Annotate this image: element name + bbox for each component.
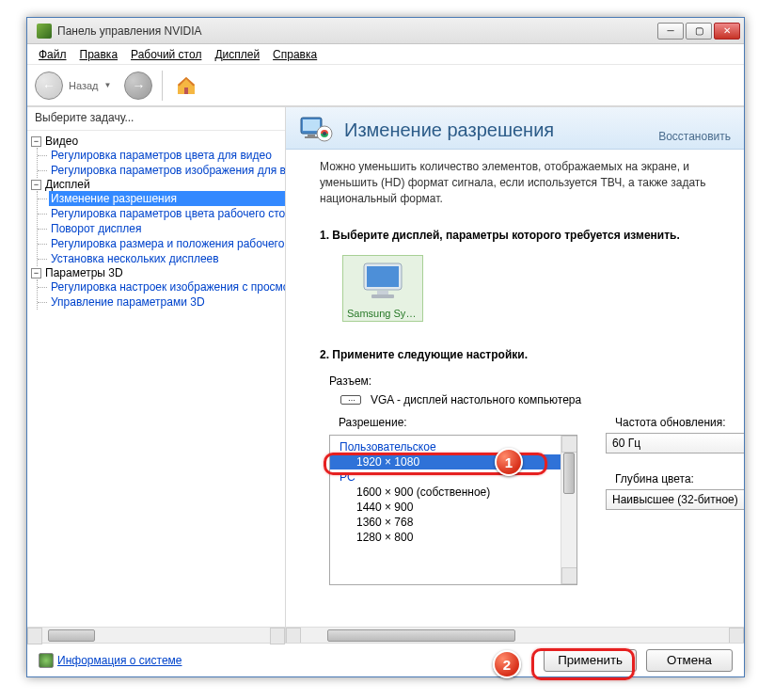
tree-item-desktop-color[interactable]: Регулировка параметров цвета рабочего ст… [49, 206, 285, 221]
cancel-button[interactable]: Отмена [646, 649, 733, 672]
display-name: Samsung Syn... [347, 308, 419, 319]
tree-group-video[interactable]: Видео [45, 135, 78, 148]
step1-heading: 1. Выберите дисплей, параметры которого … [320, 229, 729, 242]
footer-bar: Информация о системе Применить Отмена [27, 643, 744, 676]
main-window: Панель управления NVIDIA ─ ▢ ✕ Файл Прав… [26, 17, 745, 677]
resolution-group-custom: Пользовательское [330, 439, 561, 454]
home-icon [175, 74, 197, 97]
svg-rect-4 [305, 136, 318, 138]
page-title: Изменение разрешения [344, 119, 658, 141]
refresh-rate-value: 60 Гц [612, 437, 640, 450]
menu-desktop[interactable]: Рабочий стол [125, 46, 207, 63]
resolution-list[interactable]: Пользовательское 1920 × 1080 PC 1600 × 9… [329, 435, 577, 585]
task-tree: − Видео Регулировка параметров цвета для… [27, 131, 285, 627]
back-button[interactable]: ← [35, 72, 63, 100]
forward-button[interactable]: → [124, 72, 152, 100]
resolution-scrollbar[interactable] [561, 436, 577, 584]
minimize-button[interactable]: ─ [657, 23, 684, 40]
color-depth-label: Глубина цвета: [615, 472, 744, 485]
svg-rect-9 [377, 291, 388, 294]
content-body: Можно уменьшить количество элементов, от… [286, 150, 744, 627]
tree-item-3d-manage[interactable]: Управление параметрами 3D [49, 294, 285, 310]
svg-rect-8 [367, 266, 399, 287]
arrow-left-icon: ← [42, 78, 55, 93]
tree-item-change-resolution[interactable]: Изменение разрешения [49, 191, 285, 206]
content-header: Изменение разрешения Восстановить [286, 107, 744, 150]
nvidia-app-icon [37, 24, 52, 39]
resolution-scroll-thumb[interactable] [563, 453, 575, 494]
apply-button[interactable]: Применить [544, 649, 637, 672]
color-depth-value: Наивысшее (32-битное) [612, 493, 738, 506]
tree-toggle-3d[interactable]: − [31, 268, 41, 278]
tree-toggle-display[interactable]: − [31, 180, 41, 190]
content-panel: Изменение разрешения Восстановить Можно … [286, 107, 744, 643]
resolution-option-1440x900[interactable]: 1440 × 900 [330, 500, 561, 515]
tree-group-display[interactable]: Дисплей [45, 178, 90, 191]
refresh-rate-label: Частота обновления: [615, 416, 744, 429]
home-button[interactable] [172, 72, 200, 100]
restore-defaults-link[interactable]: Восстановить [658, 130, 731, 145]
task-sidebar: Выберите задачу... − Видео Регулировка п… [27, 107, 286, 643]
window-title: Панель управления NVIDIA [57, 24, 657, 38]
sidebar-horizontal-scrollbar[interactable] [27, 627, 285, 643]
arrow-right-icon: → [132, 78, 145, 93]
tree-item-video-image[interactable]: Регулировка параметров изображения для в… [49, 163, 285, 178]
color-depth-combo[interactable]: Наивысшее (32-битное) [606, 489, 744, 510]
resolution-option-1360x768[interactable]: 1360 × 768 [330, 515, 561, 530]
svg-rect-0 [184, 88, 188, 94]
tree-toggle-video[interactable]: − [31, 136, 41, 147]
resolution-option-1920x1080[interactable]: 1920 × 1080 [330, 454, 561, 469]
back-history-dropdown[interactable]: ▼ [104, 81, 112, 89]
svg-rect-2 [303, 119, 320, 131]
step2-heading: 2. Примените следующие настройки. [320, 348, 729, 361]
menu-help[interactable]: Справка [267, 46, 323, 63]
svg-point-6 [323, 132, 326, 135]
resolution-option-1280x800[interactable]: 1280 × 800 [330, 530, 561, 545]
tree-item-video-color[interactable]: Регулировка параметров цвета для видео [49, 148, 285, 163]
tree-item-rotate[interactable]: Поворот дисплея [49, 221, 285, 236]
tree-group-3d[interactable]: Параметры 3D [45, 266, 123, 279]
back-label: Назад [69, 80, 99, 91]
monitor-icon [360, 262, 405, 303]
display-thumbnail[interactable]: Samsung Syn... [342, 255, 423, 322]
system-info-link[interactable]: Информация о системе [39, 653, 182, 668]
menu-file[interactable]: Файл [33, 46, 72, 63]
monitor-settings-icon [299, 115, 335, 145]
svg-rect-3 [308, 135, 315, 136]
vga-connector-icon [340, 395, 361, 405]
menu-edit[interactable]: Правка [74, 46, 124, 63]
tree-item-size-position[interactable]: Регулировка размера и положения рабочего… [49, 236, 285, 251]
menu-display[interactable]: Дисплей [209, 46, 265, 63]
toolbar-separator [162, 71, 163, 101]
content-scroll-thumb[interactable] [327, 629, 515, 642]
connector-label: Разъем: [329, 374, 729, 388]
menubar: Файл Правка Рабочий стол Дисплей Справка [27, 44, 744, 65]
sidebar-scroll-thumb[interactable] [48, 629, 95, 642]
maximize-button[interactable]: ▢ [686, 23, 712, 40]
connector-value: VGA - дисплей настольного компьютера [371, 393, 581, 406]
titlebar[interactable]: Панель управления NVIDIA ─ ▢ ✕ [27, 18, 744, 44]
sidebar-title: Выберите задачу... [27, 107, 285, 131]
svg-rect-10 [371, 294, 394, 298]
close-button[interactable]: ✕ [714, 23, 740, 40]
description-text: Можно уменьшить количество элементов, от… [320, 159, 729, 206]
tree-item-3d-image[interactable]: Регулировка настроек изображения с просм… [49, 279, 285, 294]
content-horizontal-scrollbar[interactable] [286, 627, 744, 643]
refresh-rate-combo[interactable]: 60 Гц [606, 433, 744, 453]
resolution-label: Разрешение: [339, 416, 577, 429]
resolution-group-pc: PC [330, 469, 561, 485]
toolbar: ← Назад ▼ → [27, 65, 744, 106]
tree-item-multi-display[interactable]: Установка нескольких дисплеев [49, 251, 285, 266]
resolution-option-1600x900[interactable]: 1600 × 900 (собственное) [330, 485, 561, 500]
